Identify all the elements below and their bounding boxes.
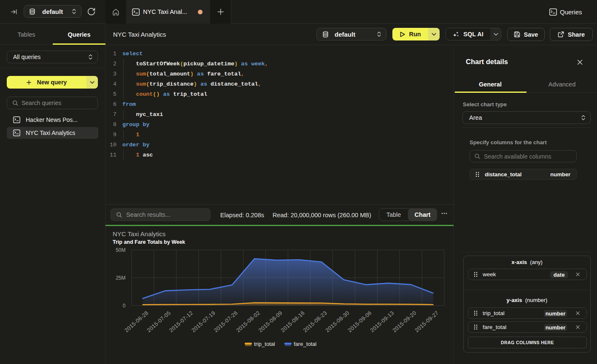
svg-text:2015-08-16: 2015-08-16 [280,310,306,334]
svg-text:25M: 25M [116,275,125,281]
svg-text:2015-08-30: 2015-08-30 [324,310,350,334]
svg-text:50M: 50M [116,247,125,253]
svg-text:2015-07-12: 2015-07-12 [168,310,194,334]
svg-text:2015-07-19: 2015-07-19 [190,310,216,334]
svg-text:trip_total: trip_total [254,341,275,347]
svg-text:2015-08-23: 2015-08-23 [302,310,328,334]
svg-text:2015-07-26: 2015-07-26 [213,310,239,334]
svg-text:2015-08-02: 2015-08-02 [235,310,261,334]
svg-text:2015-07-05: 2015-07-05 [146,310,172,334]
svg-text:2015-09-20: 2015-09-20 [391,310,417,334]
svg-text:2015-08-09: 2015-08-09 [257,310,284,334]
svg-text:2015-06-28: 2015-06-28 [123,310,149,334]
svg-text:fare_total: fare_total [294,341,316,347]
svg-text:2015-09-06: 2015-09-06 [346,310,373,334]
svg-text:2015-09-13: 2015-09-13 [369,310,395,334]
svg-text:2015-09-27: 2015-09-27 [413,310,440,334]
svg-text:0: 0 [123,303,126,309]
